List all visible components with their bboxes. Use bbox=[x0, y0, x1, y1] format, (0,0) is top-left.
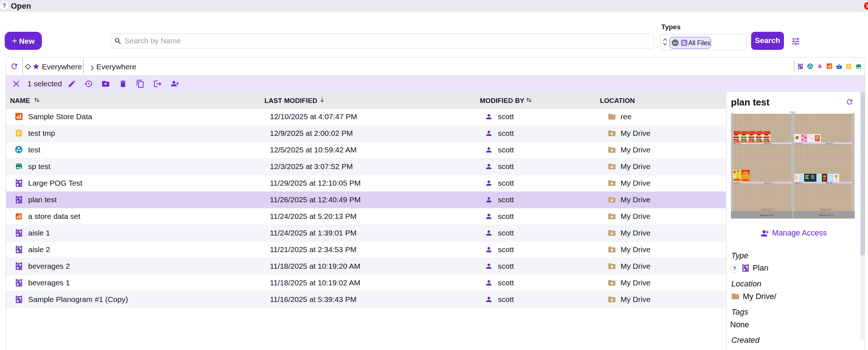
svg-text:Shelf 50–1: Shelf 50–1 bbox=[733, 182, 741, 184]
svg-text:Shelf 40–1: Shelf 40–1 bbox=[795, 143, 803, 144]
svg-text:Shelf 40–1: Shelf 40–1 bbox=[795, 182, 803, 184]
svg-text:Baseline 50–1: Baseline 50–1 bbox=[760, 214, 774, 216]
svg-text:Shelf 40–1: Shelf 40–1 bbox=[826, 182, 834, 184]
svg-text:NiPS: NiPS bbox=[743, 173, 749, 175]
svg-text:Pegboard 2: Pegboard 2 bbox=[820, 208, 832, 211]
svg-text:Baseline 25–1: Baseline 25–1 bbox=[819, 214, 833, 216]
svg-text:Aisle 1: Aisle 1 bbox=[789, 111, 796, 113]
svg-text:Pegboard 1: Pegboard 1 bbox=[761, 208, 773, 211]
svg-text:Shelf 50–1: Shelf 50–1 bbox=[764, 182, 772, 184]
svg-text:Shelf 50–1: Shelf 50–1 bbox=[733, 143, 741, 144]
svg-text:Shelf 40–1: Shelf 40–1 bbox=[826, 143, 834, 144]
svg-text:Shelf 50–1: Shelf 50–1 bbox=[764, 143, 772, 144]
